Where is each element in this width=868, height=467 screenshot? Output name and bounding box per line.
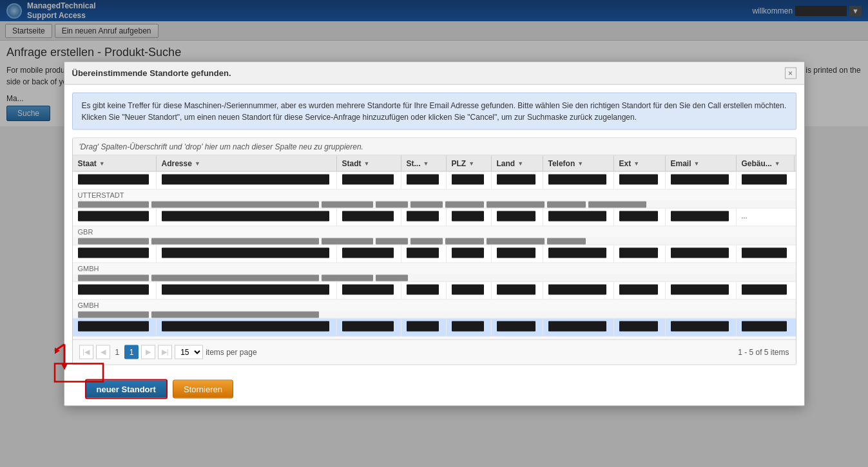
modal-body: Es gibt keine Treffer für diese Maschine… (64, 84, 804, 126)
modal-title: Übereinstimmende Standorte gefunden. (72, 68, 231, 78)
info-box: Es gibt keine Treffer für diese Maschine… (72, 92, 796, 126)
modal-header: Übereinstimmende Standorte gefunden. × (64, 62, 804, 84)
modal-dialog: Übereinstimmende Standorte gefunden. × E… (64, 61, 805, 126)
modal-close-button[interactable]: × (785, 67, 796, 79)
